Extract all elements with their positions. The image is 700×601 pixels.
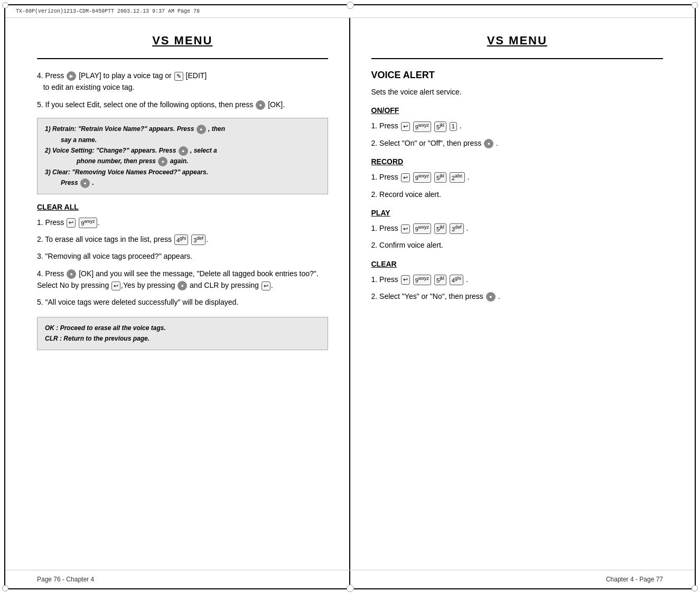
footer-line-2: CLR : Return to the previous page.: [45, 333, 320, 344]
left-divider: [37, 58, 328, 59]
clear-right-step-1: 1. Press ↩ 9wxyz 5jkl 4ghi .: [371, 274, 664, 285]
clr-key-clear: ↩: [401, 275, 410, 284]
num4-key-clear: 4ghi: [450, 275, 463, 285]
press-icon-1: ●: [197, 125, 206, 134]
page-layout: VS MENU 4. Press ▶ [PLAY] to play a voic…: [5, 18, 695, 588]
step-4-number: 4. Press: [37, 71, 66, 80]
header-text: TX-60P(verizon)1213-CDM-8450PTT 2003.12.…: [16, 8, 200, 14]
no-key: ↩: [111, 281, 120, 290]
num5-key-play: 5jkl: [434, 223, 446, 234]
info-line-1: 1) Retrain: "Retrain Voice Name?" appear…: [45, 124, 320, 145]
ok-button-icon-5: ●: [256, 100, 265, 110]
num5-key-clear: 5jkl: [434, 275, 446, 285]
clear-step-5: 5. "All voice tags were deleted successf…: [37, 296, 328, 308]
clear-step-2: 2. To erase all voice tags in the list, …: [37, 233, 328, 245]
play-step-2: 2. Confirm voice alert.: [371, 239, 664, 251]
clear-all-heading: CLEAR ALL: [37, 203, 328, 211]
on-off-step-1: 1. Press ↩ 9wxyz 5jkl 1 .: [371, 120, 664, 132]
right-divider: [371, 58, 664, 59]
record-step-1: 1. Press ↩ 9wxyz 5jkl 2abc .: [371, 171, 664, 183]
press-icon-2: ●: [179, 146, 188, 156]
record-heading: RECORD: [371, 157, 664, 166]
on-off-heading: ON/OFF: [371, 106, 664, 115]
page-footer: Page 76 - Chapter 4 Chapter 4 - Page 77: [5, 570, 695, 588]
clear-step-3: 3. "Removing all voice tags proceed?" ap…: [37, 250, 328, 262]
num1-key-onoff: 1: [450, 122, 457, 131]
play-step-1: 1. Press ↩ 9wxyz 5jkl 3def .: [371, 222, 664, 234]
edit-key-icon: ✎: [174, 72, 183, 81]
on-off-step-2: 2. Select "On" or "Off", then press ● .: [371, 137, 664, 149]
step-5-text2: [OK].: [268, 100, 285, 109]
num9-key-1: 9wxyz: [79, 218, 97, 228]
clear-step-4: 4. Press ● [OK] and you will see the mes…: [37, 268, 328, 292]
step-5-number: 5. If you select Edit, select one of the…: [37, 100, 255, 109]
press-icon-4: ●: [80, 179, 90, 188]
num5-key-rec: 5jkl: [434, 172, 446, 183]
left-panel: VS MENU 4. Press ▶ [PLAY] to play a voic…: [5, 18, 350, 588]
clr-key-rec: ↩: [401, 173, 410, 182]
clr-key-1: ↩: [67, 218, 76, 227]
clear-heading: CLEAR: [371, 260, 664, 268]
voice-alert-heading: VOICE ALERT: [371, 70, 664, 81]
step-5: 5. If you select Edit, select one of the…: [37, 99, 328, 110]
step-4: 4. Press ▶ [PLAY] to play a voice tag or…: [37, 70, 328, 93]
right-panel-title: VS MENU: [371, 34, 664, 48]
ok-icon-4: ●: [67, 269, 76, 279]
clear-right-step-2: 2. Select "Yes" or "No", then press ● .: [371, 290, 664, 302]
play-button-icon: ▶: [67, 71, 76, 81]
edit-options-box: 1) Retrain: "Retrain Voice Name?" appear…: [37, 118, 328, 194]
clr-key-onoff: ↩: [401, 122, 410, 131]
step-4-text1: [PLAY] to play a voice tag or: [79, 71, 174, 80]
ok-icon-clear: ●: [486, 292, 496, 302]
press-icon-3: ●: [158, 157, 167, 166]
num9-key-clear: 9wxyz: [413, 275, 431, 285]
footer-line-1: OK : Proceed to erase all the voice tags…: [45, 323, 320, 333]
clear-step-1: 1. Press ↩ 9wxyz.: [37, 217, 328, 228]
right-panel: VS MENU VOICE ALERT Sets the voice alert…: [350, 18, 695, 588]
num4-key: 4ghi: [174, 234, 188, 245]
yes-icon: ●: [178, 281, 187, 290]
num9-key-rec: 9wxyz: [413, 172, 431, 183]
clr-key-2: ↩: [262, 281, 270, 290]
footer-info-box: OK : Proceed to erase all the voice tags…: [37, 317, 328, 350]
num2-key-rec: 2abc: [450, 172, 465, 183]
voice-alert-intro: Sets the voice alert service.: [371, 86, 664, 98]
num3-key-play: 3def: [450, 223, 464, 234]
footer-right: Chapter 4 - Page 77: [606, 576, 663, 583]
info-line-2: 2) Voice Setting: "Change?" appears. Pre…: [45, 145, 320, 167]
footer-left: Page 76 - Chapter 4: [37, 576, 94, 583]
num5-key-onoff: 5jkl: [434, 121, 446, 132]
play-heading: PLAY: [371, 209, 664, 217]
num3-key-1: 3def: [191, 234, 206, 245]
left-panel-title: VS MENU: [37, 34, 328, 48]
clr-key-play: ↩: [401, 224, 410, 233]
info-line-3: 3) Clear: "Removing Voice Names Proceed?…: [45, 167, 320, 189]
num9-key-onoff: 9wxyz: [413, 121, 431, 132]
num9-key-play: 9wxyz: [413, 223, 431, 234]
ok-icon-onoff: ●: [484, 139, 493, 148]
page-border: TX-60P(verizon)1213-CDM-8450PTT 2003.12.…: [4, 4, 696, 589]
record-step-2: 2. Record voice alert.: [371, 189, 664, 200]
